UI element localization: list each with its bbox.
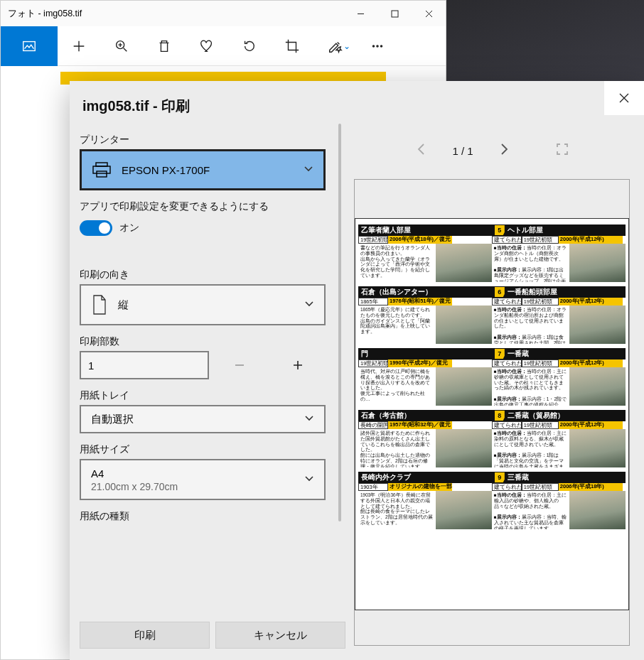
preview-frame: 乙筆者蘭人部屋 19世紀初頭2006年(平成18年)／復元 書などの筆記を行うオ…	[354, 179, 630, 646]
entry-meta: 1903年オリジナルの建物を一部／改修	[358, 483, 492, 491]
toggle-state-label: オン	[119, 222, 139, 234]
entry-title: 石倉（出島シアター）	[358, 286, 492, 298]
entry-meta: 建てられた時代19世紀初頭2000年(平成12年)	[492, 421, 626, 429]
printer-name: EPSON PX-1700F	[122, 164, 210, 176]
preview-entry: 6一番船船頭部屋 建てられた時代19世紀初頭2000年(平成12年) ■当時の住…	[492, 286, 626, 344]
svg-rect-8	[97, 171, 107, 177]
app-setting-toggle[interactable]	[80, 220, 112, 236]
entry-meta: 19世紀初頭2006年(平成18年)／復元	[358, 236, 492, 244]
entry-meta: 建てられた時代19世紀初頭2006年(平成18年)	[492, 483, 626, 491]
copies-decrement[interactable]	[212, 351, 267, 379]
entry-meta: 建てられた時代19世紀初頭2000年(平成12年)	[492, 236, 626, 244]
delete-button[interactable]	[143, 26, 186, 66]
entry-body: ■当時の住居：当時の住居：主に染料の原料となる、蘇木が収蔵にとして使用されていた…	[492, 429, 626, 467]
entry-body: ■当時の住居：当時の住居：オランダ商館のヘトル（商館長次席）が住まいとした建物で…	[492, 244, 626, 282]
favorite-button[interactable]	[186, 26, 228, 66]
window-close-button[interactable]	[412, 1, 446, 26]
chevron-down-icon	[304, 473, 314, 486]
preview-entry: 長崎内外クラブ 1903年オリジナルの建物を一部／改修 1903年（明治36年）…	[358, 472, 492, 529]
entry-title: 石倉（考古館）	[358, 410, 492, 421]
chevron-down-icon	[304, 163, 313, 176]
collection-tab[interactable]	[1, 26, 58, 66]
add-button[interactable]	[58, 26, 100, 66]
entry-title: 門	[358, 348, 492, 359]
size-value: A4	[91, 467, 178, 480]
size-label: 用紙サイズ	[80, 443, 326, 456]
print-settings-panel: プリンター EPSON PX-1700F アプリで印刷設定を変更できるようにする…	[80, 124, 336, 609]
svg-rect-1	[23, 41, 36, 50]
svg-point-4	[377, 45, 378, 46]
entry-title: 5ヘトル部屋	[492, 224, 626, 236]
entry-body: 諸外国と貿易するために作られた国外貿易館がたくさん出土しているこれらを輸出品の倉…	[358, 429, 492, 467]
edit-menu-chevron[interactable]: ⌄	[343, 41, 356, 51]
preview-entry: 石倉（出島シアター） 1865年1976年(昭和51年)／復元 1865年（慶応…	[358, 286, 492, 344]
preview-entry: 石倉（考古館） 長崎の開国後1957年(昭和32年)／復元 諸外国と貿易するため…	[358, 410, 492, 467]
maximize-button[interactable]	[377, 1, 412, 26]
entry-body: 書などの筆記を行うオランダ人の事務員の住まい。出島から入ってきた蘭学（オランダに…	[358, 244, 492, 282]
paper-kind-label: 用紙の種類	[80, 510, 326, 523]
preview-entry: 門 19世紀初頭1990年(平成2年)／復元 当時代、対岸の江戸町側に橋を構え、…	[358, 348, 492, 406]
print-button[interactable]: 印刷	[80, 622, 210, 649]
entry-meta: 1865年1976年(昭和51年)／復元	[358, 298, 492, 305]
fullscreen-button[interactable]	[556, 143, 569, 158]
chevron-down-icon	[304, 413, 314, 426]
page-indicator: 1 / 1	[452, 145, 473, 157]
size-dimensions: 21.00cm x 29.70cm	[91, 481, 178, 492]
minimize-button[interactable]	[343, 1, 377, 26]
entry-body: ■当時の住居：当時の住居：主に砂糖の収蔵庫として使用されていた蔵。その柱々にとて…	[492, 367, 626, 406]
copies-input[interactable]	[80, 351, 209, 379]
printer-select[interactable]: EPSON PX-1700F	[80, 149, 326, 190]
size-select[interactable]: A4 21.00cm x 29.70cm	[80, 459, 326, 500]
settings-scrollbar[interactable]	[338, 124, 341, 521]
svg-point-5	[380, 45, 382, 46]
entry-title: 9三番蔵	[492, 472, 626, 483]
entry-body: 当時代、対岸の江戸町側に橋を構え、橋を渡るとこの専門があり探番が出入りする人を改…	[358, 367, 492, 406]
orientation-value: 縦	[118, 298, 129, 312]
entry-meta: 19世紀初頭1990年(平成2年)／復元	[358, 359, 492, 367]
copies-label: 印刷部数	[80, 335, 326, 348]
entry-title: 7一番蔵	[492, 348, 626, 359]
entry-title: 乙筆者蘭人部屋	[358, 224, 492, 236]
preview-entry: 乙筆者蘭人部屋 19世紀初頭2006年(平成18年)／復元 書などの筆記を行うオ…	[358, 224, 492, 282]
preview-nav: 1 / 1	[354, 136, 630, 165]
zoom-button[interactable]	[100, 26, 143, 66]
more-button[interactable]	[356, 26, 399, 66]
tray-select[interactable]: 自動選択	[80, 405, 326, 433]
entry-body: 1865年（慶応元年）に建てられたものを復元したものです。出島のガイダンスとして…	[358, 305, 492, 344]
entry-meta: 建てられた時代19世紀初頭2000年(平成12年)	[492, 359, 626, 367]
rotate-button[interactable]	[228, 26, 271, 66]
entry-body: 1903年（明治36年）長崎に在留する外国人と日本人の親交の場として建てられまし…	[358, 491, 492, 529]
prev-page-button[interactable]	[415, 143, 428, 158]
close-button[interactable]	[604, 81, 644, 115]
cancel-button[interactable]: キャンセル	[215, 622, 345, 649]
orientation-label: 印刷の向き	[80, 269, 326, 281]
preview-page: 乙筆者蘭人部屋 19世紀初頭2006年(平成18年)／復元 書などの筆記を行うオ…	[355, 218, 629, 610]
preview-pane: 1 / 1 乙筆者蘭人部屋 19世紀初頭2006年(平成18年)／復元 書などの…	[354, 136, 630, 646]
tray-value: 自動選択	[91, 413, 134, 426]
command-bar: ⌄	[1, 26, 446, 66]
entry-body: ■当時の住居：当時の住居：主に輸入品の砂糖や、個人輸入の品々などが収納された蔵。…	[492, 491, 626, 529]
copies-increment[interactable]	[270, 351, 326, 379]
preview-entry: 7一番蔵 建てられた時代19世紀初頭2000年(平成12年) ■当時の住居：当時…	[492, 348, 626, 406]
svg-rect-6	[96, 163, 107, 166]
print-dialog: img058.tif - 印刷 プリンター EPSON PX-1700F アプリ…	[70, 81, 644, 660]
tray-label: 用紙トレイ	[80, 389, 326, 402]
next-page-button[interactable]	[498, 143, 510, 158]
preview-entry: 5ヘトル部屋 建てられた時代19世紀初頭2000年(平成12年) ■当時の住居：…	[492, 224, 626, 282]
chevron-down-icon	[304, 298, 314, 311]
preview-entry: 9三番蔵 建てられた時代19世紀初頭2006年(平成18年) ■当時の住居：当時…	[492, 472, 626, 529]
entry-title: 8二番蔵（貿易館）	[492, 410, 626, 421]
entry-title: 長崎内外クラブ	[358, 472, 492, 483]
entry-meta: 建てられた時代19世紀初頭2000年(平成12年)	[492, 298, 626, 305]
entry-body: ■当時の住居：当時の住居：オランダ船船長の宿泊所および商館の住まいとして使用され…	[492, 305, 626, 344]
svg-rect-0	[392, 11, 398, 17]
orientation-select[interactable]: 縦	[80, 284, 326, 325]
svg-rect-7	[93, 166, 110, 173]
crop-button[interactable]	[271, 26, 313, 66]
app-setting-label: アプリで印刷設定を変更できるようにする	[80, 200, 326, 213]
titlebar: フォト - img058.tif	[1, 1, 446, 26]
printer-label: プリンター	[80, 134, 326, 146]
entry-meta: 長崎の開国後1957年(昭和32年)／復元	[358, 421, 492, 429]
entry-title: 6一番船船頭部屋	[492, 286, 626, 298]
window-title: フォト - img058.tif	[8, 8, 82, 20]
